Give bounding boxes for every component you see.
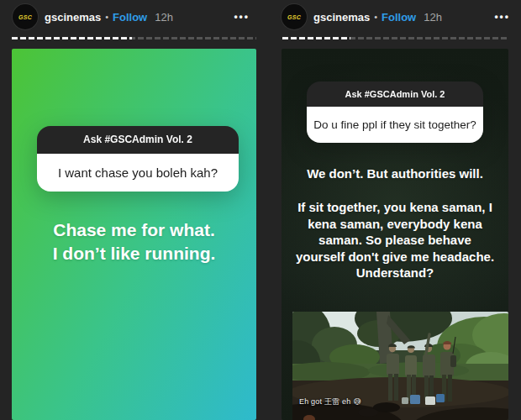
screenshot-stage: GSC gscinemas • Follow 12h ••• Ask #GSCA… — [0, 0, 521, 420]
qa-answer: Chase me for what. I don’t like running. — [12, 218, 256, 265]
qa-card-header: Ask #GSCAdmin Vol. 2 — [37, 126, 239, 154]
qa-card-header: Ask #GSCAdmin Vol. 2 — [307, 81, 483, 107]
avatar[interactable]: GSC — [13, 4, 38, 29]
username[interactable]: gscinemas — [313, 11, 370, 24]
panel-right: GSC gscinemas • Follow 12h ••• Ask #GSCA… — [260, 0, 521, 420]
photo-subtitle: Eh got 王雷 eh 😅 — [299, 396, 361, 407]
story-progress-bar — [282, 37, 509, 39]
username[interactable]: gscinemas — [45, 11, 101, 24]
story-progress-fill — [282, 37, 350, 39]
story-canvas[interactable]: Ask #GSCAdmin Vol. 2 Do u fine ppl if th… — [282, 49, 508, 420]
timestamp: 12h — [424, 11, 442, 24]
movie-still-photo: Eh got 王雷 eh 😅 — [292, 312, 508, 420]
post-header: GSC gscinemas • Follow 12h ••• — [13, 0, 250, 34]
qa-answer-intro: We don’t. But authorities will. — [282, 165, 508, 181]
qa-question: I want chase you boleh kah? — [37, 154, 239, 192]
qa-card: Ask #GSCAdmin Vol. 2 I want chase you bo… — [37, 126, 239, 192]
story-progress-fill — [12, 37, 132, 39]
post-header: GSC gscinemas • Follow 12h ••• — [282, 0, 510, 34]
gsc-logo-icon: GSC — [18, 14, 32, 20]
panel-left: GSC gscinemas • Follow 12h ••• Ask #GSCA… — [0, 0, 260, 420]
more-options-icon[interactable]: ••• — [234, 0, 250, 34]
avatar[interactable]: GSC — [282, 4, 307, 29]
qa-card: Ask #GSCAdmin Vol. 2 Do u fine ppl if th… — [307, 81, 483, 143]
separator-dot: • — [105, 12, 108, 22]
gsc-logo-icon: GSC — [287, 14, 301, 20]
follow-button[interactable]: Follow — [382, 11, 416, 24]
separator-dot: • — [374, 12, 377, 22]
follow-button[interactable]: Follow — [113, 11, 147, 24]
qa-answer-body: If sit together, you kena saman, I kena … — [282, 199, 508, 281]
timestamp: 12h — [155, 11, 173, 24]
qa-question: Do u fine ppl if they sit together? — [307, 107, 483, 143]
story-canvas[interactable]: Ask #GSCAdmin Vol. 2 I want chase you bo… — [12, 49, 256, 420]
story-progress-bar — [12, 37, 256, 39]
more-options-icon[interactable]: ••• — [494, 0, 510, 34]
